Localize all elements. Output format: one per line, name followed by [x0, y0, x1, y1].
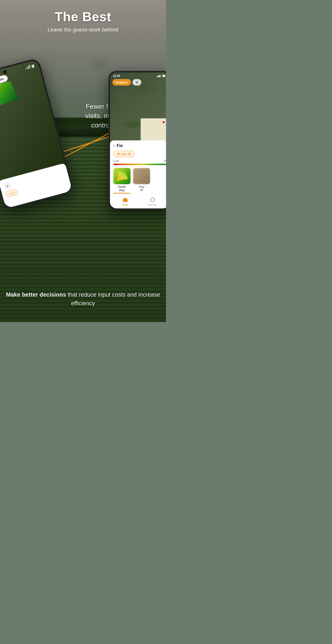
back-arrow-icon[interactable]: ‹ — [113, 143, 115, 148]
date-badge: 20 Jun 21 — [113, 151, 134, 157]
status-icons — [157, 75, 166, 77]
imagery-tab[interactable]: Imagery — [112, 79, 131, 86]
bar-3 — [159, 75, 160, 77]
nav-explore-label: Explore — [148, 203, 157, 206]
map-thumb-dot — [163, 121, 164, 123]
date-badge-small: n 21 — [5, 188, 19, 198]
right-phone-screen: 12:30 — [110, 72, 166, 208]
high-label: H — [164, 159, 166, 163]
header-section: The Best Leave the guess-work behind — [0, 0, 166, 33]
scale-labels: Low H — [113, 159, 166, 163]
close-icon: × — [6, 184, 9, 188]
bottom-text: Make better decisions that reduce input … — [5, 290, 161, 308]
close-button[interactable]: × — [3, 182, 12, 190]
status-bar: 12:30 — [113, 74, 166, 78]
panel-header: ‹ Fie — [113, 143, 166, 148]
status-time: 12:30 — [113, 74, 120, 78]
subtitle: Leave the guess-work behind — [0, 26, 166, 33]
health-map-label: HealthMap — [118, 185, 126, 192]
right-phone-nav: Map Explore — [110, 194, 166, 208]
imagery-tab-label: Imagery — [116, 80, 128, 84]
bar-4 — [160, 75, 160, 77]
map-icon-shape — [123, 198, 128, 202]
nav-explore[interactable]: Explore — [148, 197, 157, 206]
low-label: Low — [113, 159, 119, 163]
second-tab-label: A — [136, 80, 138, 84]
right-phone-tabs: Imagery A — [112, 79, 141, 86]
thumbnails-row: HealthMap InspM — [113, 168, 166, 192]
tools-tab-label: Tools — [0, 77, 4, 83]
bar-1 — [157, 76, 158, 77]
nav-map-label: Map — [123, 203, 128, 206]
second-tab[interactable]: A — [132, 79, 141, 86]
insp-map-label: InspM — [139, 185, 144, 192]
map-thumbnail — [140, 118, 166, 142]
health-map-thumbnail — [113, 168, 130, 184]
battery-icon — [162, 75, 166, 77]
insp-map-item[interactable]: InspM — [133, 168, 150, 192]
active-indicator — [113, 193, 130, 194]
signal-icon — [157, 75, 161, 77]
date-text-small: n 21 — [8, 190, 15, 196]
main-title: The Best — [0, 10, 166, 24]
panel-title: Fie — [117, 143, 123, 148]
map-nav-icon — [122, 197, 128, 203]
map-thumb-pattern — [141, 119, 166, 142]
battery-fill — [163, 75, 165, 77]
bottom-normal: that reduce input costs and increase eff… — [66, 291, 160, 306]
right-phone-map: 12:30 — [110, 72, 166, 147]
health-gradient-bar — [113, 164, 166, 165]
bar-2 — [158, 76, 158, 77]
bottom-bold: Make better decisions — [6, 291, 66, 298]
insp-map-thumbnail — [133, 168, 150, 184]
explore-icon-shape — [150, 198, 155, 202]
bottom-text-section: Make better decisions that reduce input … — [5, 290, 161, 308]
health-map-item[interactable]: HealthMap — [113, 168, 130, 192]
explore-nav-icon — [150, 197, 156, 203]
right-phone: 12:30 — [108, 71, 166, 210]
nav-map[interactable]: Map — [122, 197, 128, 206]
right-phone-frame: 12:30 — [108, 71, 166, 210]
